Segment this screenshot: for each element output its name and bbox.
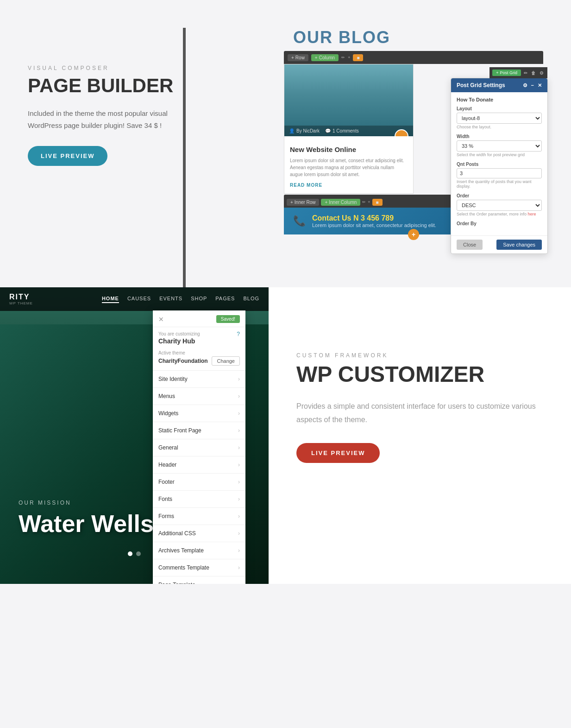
cust-panel-theme-label: Active theme: [158, 350, 240, 355]
pg-qnt-hint: Insert the quantity of posts that you wa…: [457, 179, 542, 189]
vc-add-icon[interactable]: +: [348, 55, 350, 60]
pg-orderby-field: Order By: [457, 221, 542, 226]
cust-hero-dot-1[interactable]: [128, 551, 132, 556]
cust-panel-theme-name: CharityFoundation: [158, 358, 208, 364]
pg-order-hint: Select the Order parameter, more info he…: [457, 212, 542, 216]
pg-trash-icon[interactable]: 🗑: [531, 70, 536, 76]
vc-inner-orange-btn[interactable]: ■: [372, 199, 383, 206]
cust-panel-item-header[interactable]: Header ›: [153, 456, 245, 474]
vc-inner-edit-icon[interactable]: ✏: [362, 200, 366, 204]
pg-settings-icon[interactable]: ⚙: [540, 70, 544, 76]
pg-edit-icon[interactable]: ✏: [524, 70, 527, 76]
vc-post-card: 👤 By NicDark 💬 1 Comments New Website On…: [284, 64, 414, 194]
cust-panel-item-footer[interactable]: Footer ›: [153, 474, 245, 491]
pb-live-preview-button[interactable]: LIVE PREVIEW: [28, 146, 107, 166]
cust-eyebrow-label: CUSTOM FRAMEWORK: [296, 352, 543, 359]
vc-inner-column-btn[interactable]: + Inner Column: [321, 199, 360, 206]
vc-column-btn[interactable]: + Column: [311, 54, 339, 61]
vc-read-more-link[interactable]: READ MORE: [290, 183, 408, 188]
cust-panel-close-btn[interactable]: ✕: [158, 316, 164, 323]
cust-panel-item-widgets[interactable]: Widgets ›: [153, 405, 245, 422]
cust-panel-item-general[interactable]: General ›: [153, 439, 245, 456]
cust-hero-content: OUR MISSION Water Wells: [19, 500, 154, 538]
cust-panel-item-static-front-page[interactable]: Static Front Page ›: [153, 422, 245, 439]
cust-panel-item-label: Comments Template: [158, 564, 209, 571]
cust-panel-help-icon[interactable]: ?: [237, 331, 240, 337]
chevron-right-icon: ›: [238, 444, 240, 451]
cust-nav-items: HOME CAUSES EVENTS SHOP PAGES BLOG: [102, 296, 259, 303]
vc-row-btn[interactable]: + Row: [288, 54, 308, 61]
cust-left: RITY WP THEME HOME CAUSES EVENTS SHOP PA…: [0, 287, 269, 584]
pg-order-label: Order: [457, 193, 542, 198]
pg-order-field: Order DESC Select the Order parameter, m…: [457, 193, 542, 216]
pg-order-hint-link[interactable]: here: [528, 212, 536, 216]
pg-width-field: Width 33 % Select the width for post pre…: [457, 134, 542, 157]
pg-post-grid-btn[interactable]: + Post Grid: [492, 70, 521, 76]
pg-width-select[interactable]: 33 %: [457, 140, 542, 152]
vc-post-image: 👤 By NicDark 💬 1 Comments: [284, 64, 413, 136]
pg-panel-title: Post Grid Settings: [457, 82, 505, 89]
cust-hero-nav: RITY WP THEME HOME CAUSES EVENTS SHOP PA…: [0, 287, 269, 311]
cust-hero-dot-2[interactable]: [136, 551, 141, 556]
vc-post-img-overlay: 👤 By NicDark 💬 1 Comments: [284, 126, 413, 136]
pg-panel-header: Post Grid Settings ⚙ − ✕: [451, 78, 547, 92]
pg-qnt-input[interactable]: [457, 168, 542, 178]
vc-orange-btn[interactable]: ■: [353, 54, 363, 61]
cust-hero-title: Water Wells: [19, 510, 154, 538]
cust-panel-item-label: Archives Template: [158, 547, 204, 554]
cust-panel-item-label: Page Template: [158, 582, 195, 584]
cust-panel-theme-section: Active theme CharityFoundation Change: [153, 346, 245, 371]
cust-nav-causes[interactable]: CAUSES: [127, 296, 151, 303]
pb-description: Included in the theme the most popular v…: [28, 108, 195, 131]
pg-order-select[interactable]: DESC: [457, 200, 542, 211]
cust-live-preview-button[interactable]: LIVE PREVIEW: [296, 443, 380, 463]
vc-edit-icon[interactable]: ✏: [341, 55, 345, 60]
pb-eyebrow-label: VISUAL COMPOSER: [28, 65, 195, 71]
plus-icon: +: [290, 200, 293, 205]
cust-panel-item-label: Forms: [158, 513, 174, 519]
cust-nav-events[interactable]: EVENTS: [159, 296, 182, 303]
pg-close-button[interactable]: Close: [457, 240, 483, 250]
chevron-right-icon: ›: [238, 582, 240, 584]
cust-panel-item-menus[interactable]: Menus ›: [153, 388, 245, 405]
pg-minus-icon[interactable]: −: [531, 82, 534, 89]
cust-nav-shop[interactable]: SHOP: [191, 296, 207, 303]
vc-contact-phone-icon: 📞: [293, 215, 306, 227]
cust-nav-pages[interactable]: PAGES: [215, 296, 235, 303]
vc-inner-row-btn[interactable]: + Inner Row: [287, 199, 319, 206]
vc-content-area: 👤 By NicDark 💬 1 Comments New Website On…: [284, 64, 543, 194]
pg-close-icon[interactable]: ✕: [538, 82, 542, 89]
cust-panel-site-name: Charity Hub: [158, 337, 240, 345]
cust-panel-item-label: Footer: [158, 479, 175, 485]
pg-gear-icon[interactable]: ⚙: [523, 82, 527, 89]
cust-nav-blog[interactable]: BLOG: [243, 296, 259, 303]
cust-panel-item-label: Menus: [158, 393, 175, 399]
cust-panel-item-comments-template[interactable]: Comments Template ›: [153, 559, 245, 576]
cust-panel: ✕ Saved! You are customizing ? Charity H…: [153, 310, 245, 584]
cust-panel-change-theme-btn[interactable]: Change: [212, 356, 240, 366]
cust-panel-info: You are customizing ? Charity Hub: [153, 327, 245, 345]
pg-panel-body: How To Donate Layout layout-8 Choose the…: [451, 92, 547, 235]
cust-panel-item-site-identity[interactable]: Site Identity ›: [153, 371, 245, 388]
cust-panel-item-additional-css[interactable]: Additional CSS ›: [153, 525, 245, 542]
cust-nav-logo-area: RITY WP THEME: [9, 293, 33, 305]
vc-contact-plus-btn[interactable]: +: [408, 229, 419, 240]
cust-nav-home[interactable]: HOME: [102, 296, 119, 303]
cust-panel-item-fonts[interactable]: Fonts ›: [153, 491, 245, 508]
cust-panel-item-forms[interactable]: Forms ›: [153, 508, 245, 525]
pg-width-label: Width: [457, 134, 542, 139]
pg-layout-select[interactable]: layout-8: [457, 113, 542, 124]
cust-panel-item-label: Additional CSS: [158, 530, 196, 537]
cust-panel-item-archives-template[interactable]: Archives Template ›: [153, 542, 245, 559]
vc-mockup: OUR BLOG + Row + Column ✏ + ■: [284, 28, 543, 234]
chevron-right-icon: ›: [238, 513, 240, 519]
pg-save-button[interactable]: Save changes: [496, 240, 542, 250]
cust-panel-customizing-label: You are customizing: [158, 331, 200, 336]
pg-orderby-label: Order By: [457, 221, 542, 226]
chevron-right-icon: ›: [238, 564, 240, 571]
cust-panel-item-page-template[interactable]: Page Template ›: [153, 576, 245, 584]
comment-icon: 💬: [325, 128, 331, 133]
vc-inner-add-icon[interactable]: +: [368, 200, 370, 204]
pg-how-to-donate: How To Donate: [457, 97, 542, 102]
pg-layout-label: Layout: [457, 106, 542, 111]
